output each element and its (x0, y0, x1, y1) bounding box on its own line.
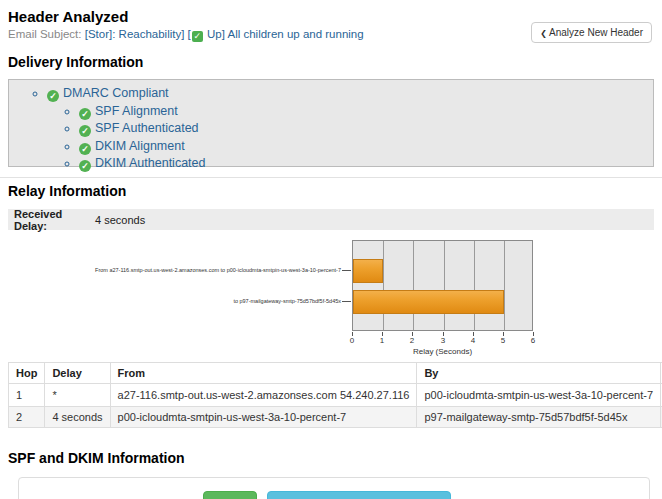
analyze-new-header-button[interactable]: ❮Analyze New Header (531, 22, 652, 43)
spf-authenticated-link[interactable]: SPF Authenticated (95, 121, 199, 135)
xtick-label: 0 (350, 336, 354, 345)
from-cell: a27-116.smtp-out.us-west-2.amazonses.com… (110, 384, 417, 407)
table-row-hop-1: 1 * a27-116.smtp-out.us-west-2.amazonses… (9, 384, 662, 407)
gridline (504, 241, 505, 330)
check-circle-icon: ✓ (79, 143, 91, 155)
gridline (413, 241, 414, 330)
delivery-item-dkim-authenticated: ✓DKIM Authenticated (79, 155, 653, 173)
check-circle-icon: ✓ (47, 90, 59, 102)
from-cell: p00-icloudmta-smtpin-us-west-3a-10-perce… (110, 407, 417, 428)
relay-delay-chart: Relay (Seconds) From a27-116.smtp-out.us… (8, 234, 654, 358)
check-circle-icon: ✓ (79, 160, 91, 172)
check-circle-icon: ✓ (79, 125, 91, 137)
delivery-item-dkim-alignment: ✓DKIM Alignment (79, 138, 653, 156)
relay-chart-xaxis-title: Relay (Seconds) (352, 347, 533, 356)
relay-bar (353, 290, 504, 314)
by-cell: p00-icloudmta-smtpin-us-west-3a-10-perce… (417, 384, 661, 407)
section-divider (0, 177, 662, 178)
delivery-item-spf-authenticated: ✓SPF Authenticated (79, 120, 653, 138)
delay-cell: * (45, 384, 110, 407)
by-cell: p97-mailgateway-smtp-75d57bdf5f-5d45x (417, 407, 661, 428)
delivery-information-panel: ✓DMARC Compliant ✓SPF Alignment ✓SPF Aut… (8, 79, 654, 167)
dkim-authenticated-link[interactable]: DKIM Authenticated (95, 156, 205, 170)
solve-email-delivery-problems-button[interactable]: Solve Email Delivery Problems (267, 491, 450, 499)
delivery-information-heading: Delivery Information (8, 54, 654, 70)
relay-chart-plot (352, 240, 533, 331)
xtick-label: 2 (410, 336, 414, 345)
spf-alignment-link[interactable]: SPF Alignment (95, 104, 178, 118)
delivery-item-spf-alignment: ✓SPF Alignment (79, 103, 653, 121)
email-subject-label: Email Subject: (8, 28, 82, 40)
up-status-check-icon: ✓ (192, 31, 203, 42)
email-subject-value[interactable]: [Stor]: Reachability] [✓ Up] All childre… (85, 28, 364, 40)
col-by: By (417, 363, 661, 384)
col-from: From (110, 363, 417, 384)
xtick-label: 4 (471, 336, 475, 345)
xtick-label: 3 (441, 336, 445, 345)
xtick-label: 1 (380, 336, 384, 345)
delay-cell: 4 seconds (45, 407, 110, 428)
xtick-label: 5 (501, 336, 505, 345)
header-analyzer-page: { "header": { "title": "Header Analyzed"… (0, 0, 662, 499)
spf-dkim-panel: dmarc:arrogantrabbit.com Show Solve Emai… (18, 477, 650, 499)
relay-information-heading: Relay Information (8, 183, 654, 199)
relay-table-header-row: Hop Delay From By With Time (UTC) Blackl… (9, 363, 662, 384)
relay-bar-label: From a27-116.smtp-out.us-west-2.amazonse… (95, 267, 341, 273)
hop-cell: 1 (9, 384, 45, 407)
table-row-hop-2: 2 4 seconds p00-icloudmta-smtpin-us-west… (9, 407, 662, 428)
chevron-left-icon: ❮ (540, 29, 547, 38)
gridline (474, 241, 475, 330)
relay-bar (353, 259, 383, 283)
dkim-alignment-link[interactable]: DKIM Alignment (95, 139, 185, 153)
gridline (444, 241, 445, 330)
relay-bar-label: to p97-mailgateway-smtp-75d57bdf5f-5d45x (233, 298, 341, 304)
hop-cell: 2 (9, 407, 45, 428)
dmarc-domain-label: dmarc:arrogantrabbit.com (30, 496, 193, 499)
check-circle-icon: ✓ (79, 108, 91, 120)
show-button[interactable]: Show (203, 491, 258, 499)
col-hop: Hop (9, 363, 45, 384)
dmarc-compliant-link[interactable]: DMARC Compliant (63, 86, 169, 100)
relay-hops-table: Hop Delay From By With Time (UTC) Blackl… (8, 362, 662, 428)
xtick-label: 6 (531, 336, 535, 345)
received-delay-label: Received Delay: (8, 208, 90, 232)
received-delay-bar: Received Delay: 4 seconds (8, 209, 654, 230)
spf-dkim-heading: SPF and DKIM Information (8, 450, 654, 466)
axis-tick-dash (342, 301, 351, 302)
received-delay-value: 4 seconds (90, 214, 145, 226)
delivery-item-dmarc: ✓DMARC Compliant ✓SPF Alignment ✓SPF Aut… (47, 85, 653, 173)
gridline (383, 241, 384, 330)
axis-tick-dash (342, 270, 351, 271)
col-delay: Delay (45, 363, 110, 384)
